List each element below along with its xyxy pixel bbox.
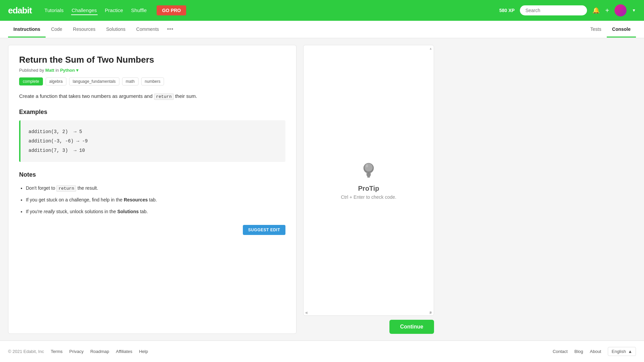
language-label: English	[611, 349, 626, 354]
footer-privacy[interactable]: Privacy	[69, 349, 84, 354]
footer-affiliates[interactable]: Affiliates	[116, 349, 132, 354]
nav-tutorials[interactable]: Tutorials	[44, 6, 64, 15]
footer-about[interactable]: About	[590, 349, 601, 354]
notes-section: Notes Don't forget to return the result.…	[19, 171, 285, 217]
author-link[interactable]: Matt	[45, 68, 54, 73]
footer-contact[interactable]: Contact	[553, 349, 568, 354]
nav-practice[interactable]: Practice	[104, 6, 124, 15]
note-1: Don't forget to return the result.	[26, 183, 285, 194]
horizontal-scrollbar[interactable]: ◀ ▶	[304, 311, 434, 313]
copyright: © 2021 Edabit, Inc	[8, 349, 44, 354]
suggest-edit-container: SUGGEST EDIT	[19, 225, 285, 235]
svg-rect-1	[366, 173, 371, 175]
note-2: If you get stuck on a challenge, find he…	[26, 195, 285, 205]
tab-comments[interactable]: Comments	[131, 22, 164, 38]
tag-complete[interactable]: complete	[19, 77, 43, 85]
tag-numbers[interactable]: numbers	[141, 77, 164, 85]
return-note-inline: return	[56, 185, 76, 192]
logo[interactable]: edabit	[8, 5, 32, 16]
nav-shuffle[interactable]: Shuffle	[130, 6, 147, 15]
tabs-right: Tests Console	[585, 22, 636, 37]
tag-math[interactable]: math	[122, 77, 139, 85]
tab-console[interactable]: Console	[607, 22, 636, 38]
header-right: 580 XP 🔔 + ▼	[499, 4, 636, 16]
header: edabit Tutorials Challenges Practice Shu…	[0, 0, 644, 21]
more-tabs-icon[interactable]: •••	[167, 26, 173, 33]
bell-icon[interactable]: 🔔	[592, 7, 600, 14]
language-link[interactable]: Python ▾	[60, 68, 78, 73]
footer: © 2021 Edabit, Inc Terms Privacy Roadmap…	[0, 341, 644, 362]
tags-container: complete algebra language_fundamentals m…	[19, 77, 285, 85]
plus-icon[interactable]: +	[605, 7, 609, 14]
tab-instructions[interactable]: Instructions	[8, 22, 46, 38]
notes-list: Don't forget to return the result. If yo…	[19, 183, 285, 217]
chevron-down-icon[interactable]: ▼	[632, 8, 636, 13]
chevron-up-icon: ▲	[628, 349, 632, 354]
note-3: If you're really stuck, unlock solutions…	[26, 206, 285, 217]
tab-resources[interactable]: Resources	[68, 22, 101, 38]
lightbulb-icon	[359, 161, 379, 181]
example-1: addition(3, 2) → 5	[29, 127, 277, 136]
published-by: Published by Matt in Python ▾	[19, 68, 285, 73]
svg-point-4	[365, 163, 373, 171]
xp-display: 580 XP	[499, 8, 515, 13]
language-selector[interactable]: English ▲	[608, 347, 636, 356]
examples-title: Examples	[19, 109, 285, 116]
return-keyword-inline: return	[154, 94, 174, 100]
protip-title: ProTip	[358, 185, 379, 192]
console-panel: ProTip Ctrl + Enter to check code. ▲ ▼ ◀…	[303, 45, 434, 316]
scroll-up-arrow[interactable]: ▲	[429, 47, 432, 50]
svg-rect-2	[367, 175, 371, 176]
scroll-left-arrow[interactable]: ◀	[305, 311, 308, 313]
tabs-bar: Instructions Code Resources Solutions Co…	[0, 21, 644, 38]
example-2: addition(-3, -6) → -9	[29, 136, 277, 146]
footer-help[interactable]: Help	[139, 349, 148, 354]
continue-button[interactable]: Continue	[389, 320, 434, 334]
examples-block: addition(3, 2) → 5 addition(-3, -6) → -9…	[19, 120, 285, 162]
scroll-right-arrow[interactable]: ▶	[430, 311, 432, 313]
avatar[interactable]	[614, 4, 627, 16]
instructions-panel: Return the Sum of Two Numbers Published …	[8, 45, 297, 334]
tab-solutions[interactable]: Solutions	[101, 22, 131, 38]
right-panel: ProTip Ctrl + Enter to check code. ▲ ▼ ◀…	[303, 45, 434, 334]
nav-challenges[interactable]: Challenges	[71, 6, 98, 15]
protip-desc: Ctrl + Enter to check code.	[341, 194, 396, 200]
main-nav: Tutorials Challenges Practice Shuffle	[44, 6, 148, 15]
svg-rect-3	[367, 176, 370, 177]
main-content: Return the Sum of Two Numbers Published …	[0, 38, 644, 341]
footer-blog[interactable]: Blog	[574, 349, 583, 354]
tab-tests[interactable]: Tests	[585, 22, 607, 38]
footer-terms[interactable]: Terms	[51, 349, 62, 354]
suggest-edit-button[interactable]: SUGGEST EDIT	[243, 225, 285, 235]
footer-right: Contact Blog About English ▲	[553, 347, 636, 356]
tag-language-fundamentals[interactable]: language_fundamentals	[69, 77, 119, 85]
challenge-title: Return the Sum of Two Numbers	[19, 55, 285, 65]
vertical-scrollbar[interactable]: ▲ ▼	[429, 45, 432, 315]
notes-title: Notes	[19, 171, 285, 178]
search-input[interactable]	[520, 5, 587, 15]
example-3: addition(7, 3) → 10	[29, 146, 277, 155]
footer-roadmap[interactable]: Roadmap	[90, 349, 109, 354]
svg-point-5	[366, 164, 368, 167]
go-pro-button[interactable]: GO PRO	[157, 5, 186, 15]
tag-algebra[interactable]: algebra	[46, 77, 66, 85]
description: Create a function that takes two numbers…	[19, 92, 285, 101]
tab-code[interactable]: Code	[46, 22, 67, 38]
footer-left: © 2021 Edabit, Inc Terms Privacy Roadmap…	[8, 349, 148, 354]
